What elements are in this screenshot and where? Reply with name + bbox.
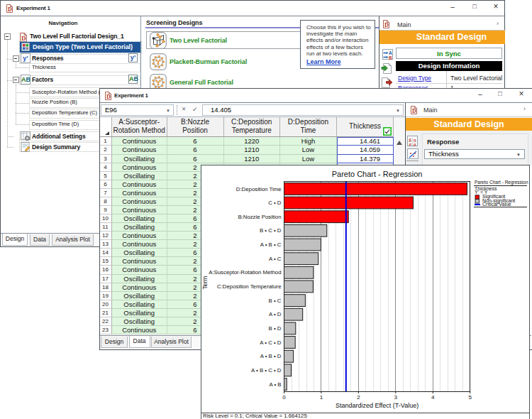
svg-text:3: 3 xyxy=(394,394,398,401)
svg-text:0: 0 xyxy=(282,394,286,401)
svg-text:B • C • D: B • C • D xyxy=(260,227,282,234)
svg-text:A:Susceptor-Rotation Method: A:Susceptor-Rotation Method xyxy=(209,269,281,276)
svg-text:A • B: A • B xyxy=(269,381,281,388)
svg-text:Pareto Chart - Regression: Pareto Chart - Regression xyxy=(332,170,423,178)
svg-text:D: D xyxy=(106,94,111,100)
svg-text:μ: μ xyxy=(414,142,416,146)
svg-text:D: D xyxy=(21,34,26,41)
svg-text:2: 2 xyxy=(357,394,360,401)
svg-text:D:Deposition Time: D:Deposition Time xyxy=(236,186,282,192)
svg-text:B:Nozzle Position: B:Nozzle Position xyxy=(238,214,281,220)
svg-text:B • C: B • C xyxy=(269,298,282,304)
svg-text:Standardized Effect (T-Value): Standardized Effect (T-Value) xyxy=(336,402,419,409)
svg-text:C • D: C • D xyxy=(268,200,282,206)
svg-text:A • C: A • C xyxy=(269,256,282,262)
svg-text:D: D xyxy=(384,22,389,28)
svg-text:Critical Value: Critical Value xyxy=(482,202,511,207)
svg-text:A • D: A • D xyxy=(269,311,282,317)
svg-text:β: β xyxy=(409,137,412,141)
svg-text:D: D xyxy=(412,108,416,114)
svg-text:η: η xyxy=(414,137,416,141)
svg-text:Pareto Chart - Regression: Pareto Chart - Regression xyxy=(475,180,528,185)
svg-text:D: D xyxy=(8,6,12,13)
svg-text:5: 5 xyxy=(468,394,472,401)
svg-text:4: 4 xyxy=(431,394,435,401)
svg-text:B • D: B • D xyxy=(269,325,282,332)
svg-text:C:Deposition Temperature: C:Deposition Temperature xyxy=(217,283,281,290)
svg-text:A • B • C • D: A • B • C • D xyxy=(251,367,282,374)
svg-text:A • B • D: A • B • D xyxy=(260,353,282,359)
svg-text:1: 1 xyxy=(320,394,323,401)
svg-text:Term: Term xyxy=(201,276,209,290)
svg-text:A • C • D: A • C • D xyxy=(260,339,282,346)
svg-text:B: B xyxy=(389,55,392,60)
svg-text:σ: σ xyxy=(409,142,412,146)
svg-text:A • B • C: A • B • C xyxy=(260,241,282,248)
